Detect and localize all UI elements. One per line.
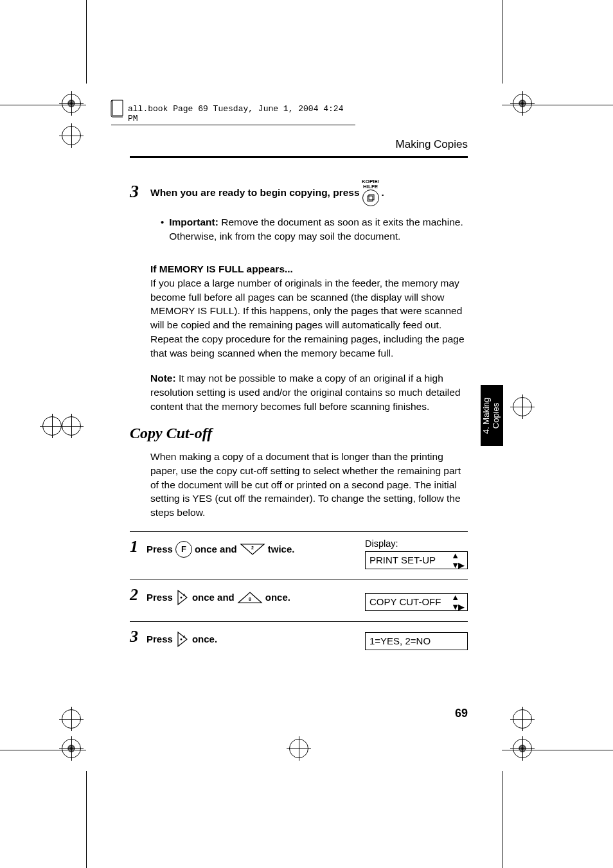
row1-t0: Press (147, 544, 173, 554)
note-block: Note: It may not be possible to make a c… (150, 371, 468, 413)
bullet-content: Important: Remove the document as soon a… (169, 215, 468, 243)
table-row-3: 3 Press A once. 1=YES, 2=NO (130, 622, 468, 660)
f-button-icon: F (175, 541, 192, 558)
play-key-icon: A (175, 589, 190, 606)
row3-instr: Press A once. (147, 628, 365, 648)
rule-thick (130, 156, 468, 158)
important-label: Important: (169, 217, 218, 227)
svg-point-5 (180, 596, 182, 598)
page-body: Making Copies 3 When you are ready to be… (130, 138, 468, 660)
memory-heading: If MEMORY IS FULL appears... (150, 262, 468, 276)
svg-point-10 (180, 638, 182, 640)
lcd-3: 1=YES, 2=NO (365, 632, 468, 650)
svg-text:8: 8 (249, 597, 251, 601)
steps-table: 1 Press F once and 2 twice. Display: PRI… (130, 531, 468, 660)
down-key-icon: 2 (240, 543, 265, 556)
row1-num: 1 (130, 538, 147, 555)
running-head: Making Copies (130, 138, 468, 151)
svg-marker-9 (178, 632, 187, 646)
lcd-3-text: 1=YES, 2=NO (369, 635, 431, 646)
row3-num: 3 (130, 628, 147, 645)
row2-right: COPY CUT-OFF ▲▼▶ (365, 587, 468, 611)
svg-rect-1 (369, 195, 374, 200)
row2-num: 2 (130, 587, 147, 603)
row1-t2: once and (195, 544, 237, 554)
kopie-hilfe-label: KOPIE/ HILFE (362, 179, 379, 190)
table-row-2: 2 Press A once and 8 once. COPY CUT-OFF … (130, 580, 468, 621)
play-key-icon-2: A (175, 631, 190, 648)
row2-t2: once and (192, 592, 235, 603)
step-3-before: When you are ready to begin copying, pre… (150, 186, 360, 200)
copy-circle-icon (362, 190, 379, 206)
memory-body: If you place a large number of originals… (150, 276, 468, 360)
important-bullet: • Important: Remove the document as soon… (161, 215, 468, 243)
row3-t2: once. (192, 633, 217, 644)
section-body: When making a copy of a document that is… (150, 450, 468, 519)
bullet-icon: • (161, 215, 164, 243)
display-label: Display: (365, 538, 468, 549)
proof-header: all.book Page 69 Tuesday, June 1, 2004 4… (111, 103, 355, 125)
table-row-1: 1 Press F once and 2 twice. Display: PRI… (130, 532, 468, 580)
chapter-tab-text: 4. Making Copies (483, 397, 502, 433)
svg-rect-0 (368, 196, 373, 201)
memory-block: If MEMORY IS FULL appears... If you plac… (150, 262, 468, 360)
lcd-2: COPY CUT-OFF ▲▼▶ (365, 593, 468, 611)
step-3-text: When you are ready to begin copying, pre… (150, 176, 384, 206)
section-title: Copy Cut-off (130, 425, 468, 442)
proof-header-text: all.book Page 69 Tuesday, June 1, 2004 4… (128, 104, 353, 123)
row2-instr: Press A once and 8 once. (147, 587, 365, 606)
updown-arrow-icon: ▲▼▶ (451, 551, 463, 570)
step-3-after: . (382, 186, 384, 200)
kopie-hilfe-button: KOPIE/ HILFE (361, 179, 380, 206)
row3-right: 1=YES, 2=NO (365, 628, 468, 650)
book-icon (110, 99, 125, 118)
row1-right: Display: PRINT SET-UP ▲▼▶ (365, 538, 468, 569)
row2-t4: once. (265, 592, 290, 603)
svg-text:A: A (183, 635, 186, 639)
lcd-1: PRINT SET-UP ▲▼▶ (365, 551, 468, 569)
lcd-1-text: PRINT SET-UP (369, 554, 436, 565)
page-number: 69 (130, 707, 468, 720)
note-body: It may not be possible to make a copy of… (150, 373, 461, 411)
row1-instr: Press F once and 2 twice. (147, 538, 365, 558)
up-key-icon: 8 (237, 591, 263, 604)
svg-marker-4 (178, 590, 187, 605)
updown-arrow-icon-2: ▲▼▶ (451, 592, 463, 612)
svg-text:A: A (183, 593, 186, 597)
note-label: Note: (150, 373, 176, 384)
step-3-number: 3 (130, 182, 144, 200)
step-3: 3 When you are ready to begin copying, p… (130, 176, 468, 206)
row3-t0: Press (147, 633, 173, 644)
row2-t0: Press (147, 592, 173, 603)
lcd-2-text: COPY CUT-OFF (369, 596, 441, 607)
row1-t4: twice. (268, 544, 295, 554)
chapter-tab: 4. Making Copies (481, 385, 503, 446)
svg-text:2: 2 (251, 545, 254, 550)
